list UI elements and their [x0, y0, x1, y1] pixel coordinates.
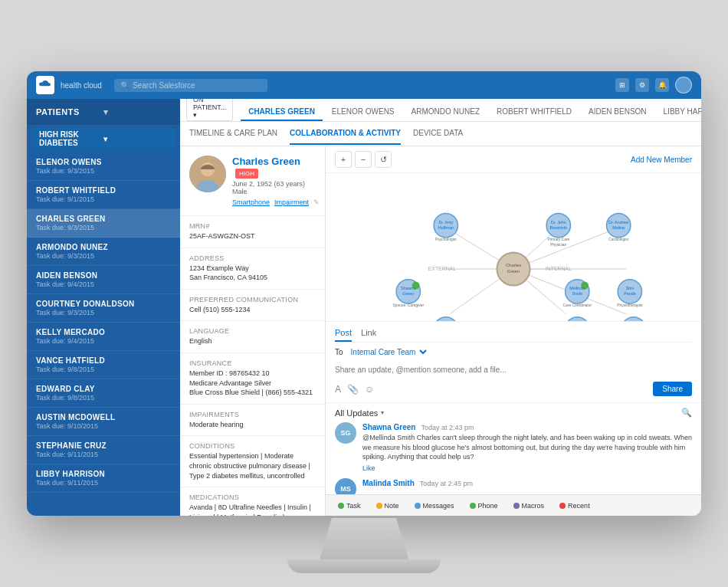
attachment-icon[interactable]: 📎 [347, 384, 359, 395]
note-button[interactable]: Note [370, 500, 405, 512]
mrn-value: 25AF-ASWGZN-OST [189, 231, 316, 241]
search-bar[interactable]: 🔍 [114, 79, 267, 92]
patient-item[interactable]: ELENOR OWENS Task due: 9/3/2015 [27, 152, 180, 181]
tab-device-data[interactable]: DEVICE DATA [413, 123, 463, 145]
language-label: LANGUAGE [189, 327, 316, 335]
like-button[interactable]: Like [362, 464, 692, 472]
care-network-header: + − ↺ Add New Member [326, 146, 701, 173]
filter-bar[interactable]: HIGH RISK DIABETES ▾ [31, 128, 175, 149]
language-section: LANGUAGE English [180, 321, 325, 353]
remove-node-button[interactable]: − [355, 151, 372, 168]
insurance-section: INSURANCE Member ID : 98765432 10Medicar… [180, 353, 325, 405]
patient-item-active[interactable]: CHARLES GREEN Task due: 9/3/2015 [27, 209, 180, 238]
monitor-base [287, 559, 441, 573]
update-item: MS Malinda Smith Today at 2:45 pm [335, 478, 692, 494]
post-input[interactable] [335, 360, 692, 379]
patient-item[interactable]: ROBERT WHITFIELD Task due: 9/1/2015 [27, 181, 180, 209]
patient-item[interactable]: COURTNEY DONALDSON Task due: 9/3/2015 [27, 294, 180, 323]
tab-timeline[interactable]: TIMELINE & CARE PLAN [189, 123, 277, 145]
new-tab-button[interactable]: NEW TAB ON PATIENT... ▾ [186, 99, 233, 121]
tab-robert-whitfield[interactable]: ROBERT WHITFIELD [489, 103, 579, 121]
gear-icon[interactable]: ⚙ [635, 78, 649, 92]
svg-text:Psychologist: Psychologist [435, 238, 457, 241]
tab-libby-harrison[interactable]: LIBBY HARRISON [656, 103, 701, 121]
chevron-down-icon[interactable]: ▾ [381, 409, 384, 416]
language-value: English [189, 336, 316, 346]
share-button[interactable]: Share [653, 382, 692, 396]
address-section: ADDRESS 1234 Example WaySan Francisco, C… [180, 248, 325, 290]
patient-item[interactable]: EDWARD CLAY Task due: 9/8/2015 [27, 379, 180, 408]
messages-button[interactable]: Messages [408, 500, 461, 512]
update-text: @Mellinda Smith Charles can't sleep thro… [362, 433, 692, 462]
patient-item[interactable]: ARMONDO NUNEZ Task due: 9/3/2015 [27, 238, 180, 266]
patient-dob: June 2, 1952 (63 years) [232, 180, 320, 188]
task-button[interactable]: Task [332, 500, 367, 512]
chevron-down-icon[interactable]: ▾ [103, 107, 171, 117]
section-tabs: TIMELINE & CARE PLAN COLLABORATION & ACT… [180, 122, 701, 146]
patient-profile: Charles Green HIGH June 2, 1952 (63 year… [180, 146, 325, 216]
patient-item[interactable]: LIBBY HARRISON Task due: 9/11/2015 [27, 464, 180, 493]
user-avatar[interactable] [675, 77, 692, 93]
bell-icon[interactable]: 🔔 [655, 78, 669, 92]
tab-link[interactable]: Link [361, 328, 376, 342]
tab-collaboration[interactable]: COLLABORATION & ACTIVITY [290, 123, 401, 145]
patient-item[interactable]: KELLY MERCADO Task due: 9/4/2015 [27, 323, 180, 351]
emoji-icon[interactable]: ☺ [365, 384, 374, 395]
patient-tabs: NEW TAB ON PATIENT... ▾ CHARLES GREEN EL… [180, 99, 701, 122]
recent-dot-icon [559, 503, 566, 509]
conditions-label: CONDITIONS [189, 442, 316, 450]
svg-text:Primary Care: Primary Care [547, 238, 569, 241]
medications-value: Avanda | 8D Ultrafine Needles | Insulin … [189, 503, 316, 516]
patient-item[interactable]: AUSTIN MCDOWELL Task due: 9/10/2015 [27, 408, 180, 436]
post-actions-row: A 📎 ☺ Share [335, 382, 692, 396]
patient-item[interactable]: AIDEN BENSON Task due: 9/4/2015 [27, 266, 180, 294]
tab-elenor-owens[interactable]: ELENOR OWENS [324, 103, 402, 121]
patient-item[interactable]: VANCE HATFIELD Task due: 9/8/2015 [27, 351, 180, 379]
patient-name: Charles Green [232, 156, 300, 167]
mrn-label: MRN# [189, 222, 316, 230]
search-icon[interactable]: 🔍 [681, 408, 692, 418]
tab-charles-green[interactable]: CHARLES GREEN [241, 103, 323, 121]
svg-point-45 [434, 317, 457, 321]
search-input[interactable] [133, 81, 261, 90]
grid-icon[interactable]: ⊞ [615, 78, 629, 92]
svg-text:Green: Green [507, 269, 520, 274]
svg-text:INTERNAL: INTERNAL [546, 266, 572, 271]
updates-header: All Updates ▾ 🔍 [335, 408, 692, 418]
nav-icons: ⊞ ⚙ 🔔 [615, 77, 692, 93]
svg-text:Dr. Andrew: Dr. Andrew [608, 220, 628, 225]
smartphone-link[interactable]: Smartphone [232, 198, 270, 206]
svg-text:Molina: Molina [612, 225, 625, 230]
update-content: Malinda Smith Today at 2:45 pm [362, 478, 692, 494]
post-to-select[interactable]: Internal Care Team [348, 347, 429, 357]
svg-text:Smith: Smith [572, 291, 582, 296]
recent-button[interactable]: Recent [553, 500, 596, 512]
tab-post[interactable]: Post [335, 328, 352, 342]
bottom-toolbar: Task Note Messages [326, 494, 701, 516]
tab-aiden-benson[interactable]: AIDEN BENSON [581, 103, 654, 121]
update-author: Malinda Smith [362, 479, 415, 487]
svg-text:Spouse, Caregiver: Spouse, Caregiver [393, 303, 425, 307]
update-author: Shawna Green [362, 423, 415, 431]
salesforce-logo [36, 76, 54, 94]
tab-armondo-nunez[interactable]: ARMONDO NUNEZ [404, 103, 487, 121]
add-node-button[interactable]: + [335, 151, 352, 168]
patient-item[interactable]: STEPHANIE CRUZ Task due: 9/11/2015 [27, 436, 180, 464]
impairments-section: IMPAIRMENTS Moderate hearing [180, 405, 325, 437]
text-format-icon[interactable]: A [335, 384, 341, 395]
update-item: SG Shawna Green Today at 2:43 pm @Mellin… [335, 422, 692, 472]
conditions-section: CONDITIONS Essential hypertension | Mode… [180, 436, 325, 487]
add-new-member-button[interactable]: Add New Member [631, 156, 692, 164]
app-name: health cloud [61, 81, 102, 90]
sidebar-header: PATIENTS ▾ [27, 99, 180, 125]
preferred-comm-value: Cell (510) 555-1234 [189, 305, 316, 315]
refresh-button[interactable]: ↺ [375, 151, 392, 168]
mrn-section: MRN# 25AF-ASWGZN-OST [180, 216, 325, 248]
impairment-link[interactable]: Impairment [274, 198, 309, 206]
macros-button[interactable]: Macros [507, 500, 551, 512]
phone-button[interactable]: Phone [464, 500, 504, 512]
edit-icon[interactable]: ✎ [313, 198, 320, 206]
svg-text:Charles: Charles [506, 263, 521, 267]
impairments-value: Moderate hearing [189, 420, 316, 430]
insurance-value: Member ID : 98765432 10Medicare Advantag… [189, 369, 316, 398]
